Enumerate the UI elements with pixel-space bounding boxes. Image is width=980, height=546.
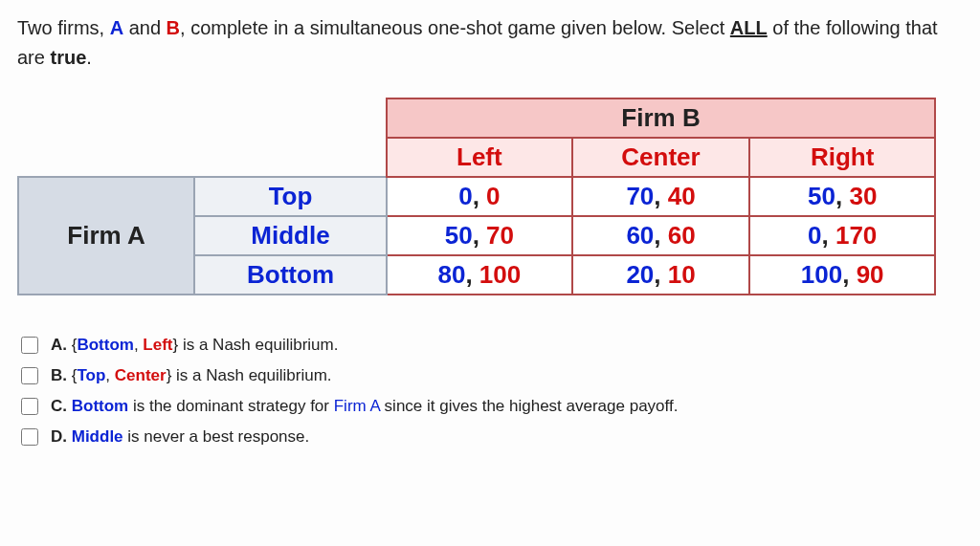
cell-top-left: 0, 0 [387, 177, 572, 216]
cell-middle-center: 60, 60 [572, 216, 750, 255]
checkbox-a[interactable] [21, 337, 38, 354]
cell-bottom-center: 20, 10 [572, 255, 750, 295]
answer-list: A. {Bottom, Left} is a Nash equilibrium.… [17, 334, 963, 448]
answer-d-text: D. Middle is never a best response. [51, 427, 309, 447]
col-right: Right [749, 138, 935, 177]
row-top: Top [194, 177, 387, 216]
cell-bottom-right: 100, 90 [749, 255, 935, 295]
answer-a-text: A. {Bottom, Left} is a Nash equilibrium. [51, 336, 338, 355]
checkbox-c[interactable] [21, 398, 38, 415]
answer-b: B. {Top, Center} is a Nash equilibrium. [17, 364, 963, 387]
answer-b-text: B. {Top, Center} is a Nash equilibrium. [51, 366, 332, 385]
col-left: Left [387, 138, 572, 177]
answer-a: A. {Bottom, Left} is a Nash equilibrium. [17, 334, 963, 357]
cell-middle-right: 0, 170 [749, 216, 935, 255]
firm-b-header: Firm B [387, 98, 935, 138]
answer-d: D. Middle is never a best response. [17, 426, 963, 448]
payoff-table: Firm B Left Center Right Firm A Top 0, 0… [17, 98, 936, 295]
cell-bottom-left: 80, 100 [387, 255, 572, 295]
cell-top-right: 50, 30 [749, 177, 935, 216]
firm-b-letter: B [167, 17, 180, 38]
all-word: ALL [730, 17, 768, 38]
question-text: Two firms, A and B, complete in a simult… [17, 13, 963, 73]
answer-c-text: C. Bottom is the dominant strategy for F… [51, 397, 678, 416]
firm-a-letter: A [110, 17, 123, 38]
checkbox-b[interactable] [21, 367, 38, 384]
answer-c: C. Bottom is the dominant strategy for F… [17, 395, 963, 418]
cell-middle-left: 50, 70 [387, 216, 572, 255]
row-bottom: Bottom [194, 255, 387, 295]
col-center: Center [572, 138, 750, 177]
checkbox-d[interactable] [21, 428, 38, 446]
row-middle: Middle [194, 216, 387, 255]
cell-top-center: 70, 40 [572, 177, 750, 216]
firm-a-header: Firm A [18, 177, 194, 295]
